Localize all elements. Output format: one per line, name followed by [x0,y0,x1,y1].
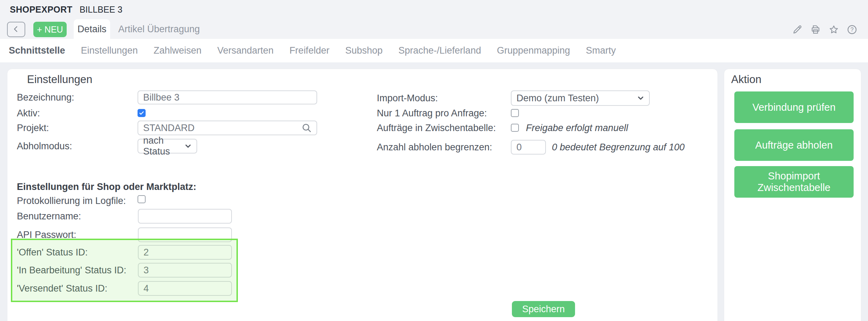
shopimport-zwischentabelle-button[interactable]: Shopimport Zwischentabelle [734,166,854,198]
abholmodus-label: Abholmodus: [17,141,72,152]
versendet-status-label: 'Versendet' Status ID: [17,283,107,294]
tab-details[interactable]: Details [74,19,110,39]
back-button[interactable] [7,22,25,37]
breadcrumb: SHOPEXPORT BILLBEE 3 [10,5,122,15]
nur-ein-auftrag-checkbox[interactable] [511,109,519,117]
aktiv-checkbox[interactable] [138,109,146,117]
topbar: SHOPEXPORT BILLBEE 3 + NEU Details Artik… [0,0,868,39]
nur-ein-auftrag-label: Nur 1 Auftrag pro Anfrage: [377,108,487,119]
edit-button[interactable] [792,24,803,35]
zwischentabelle-checkbox[interactable] [511,124,519,132]
benutzername-input[interactable] [138,209,232,224]
aktiv-label: Aktiv: [17,108,40,119]
subnav-item-einstellungen[interactable]: Einstellungen [81,45,138,56]
app-title: SHOPEXPORT [10,5,73,15]
bearbeitung-status-label: 'In Bearbeitung' Status ID: [17,265,126,276]
printer-icon [810,24,821,35]
versendet-status-input[interactable] [138,281,232,296]
api-passwort-label: API Passwort: [17,230,76,240]
abholmodus-select[interactable]: nach Status [138,139,197,153]
anzahl-begrenzen-label: Anzahl abholen begrenzen: [377,142,492,153]
import-modus-value: Demo (zum Testen) [516,93,599,104]
screen: SHOPEXPORT BILLBEE 3 + NEU Details Artik… [0,0,868,321]
chevron-down-icon [184,142,192,150]
print-button[interactable] [810,24,821,35]
settings-title: Einstellungen [27,73,92,86]
subnav-item-versandarten[interactable]: Versandarten [217,45,274,56]
chevron-left-icon [12,25,21,35]
offen-status-input[interactable] [138,245,232,260]
subnav-item-smarty[interactable]: Smarty [586,45,616,56]
help-icon: ? [847,24,857,35]
abholmodus-value: nach Status [143,135,180,157]
toolbar-icons: ? [792,24,857,35]
tab-artikel-uebertragung[interactable]: Artikel Übertragung [117,19,201,39]
new-button[interactable]: + NEU [33,22,67,37]
anzahl-begrenzen-input[interactable] [511,140,546,155]
auftraege-abholen-button[interactable]: Aufträge abholen [734,129,854,161]
save-button[interactable]: Speichern [512,301,575,317]
chevron-down-icon [636,94,645,102]
svg-text:?: ? [850,26,854,33]
import-modus-select[interactable]: Demo (zum Testen) [511,90,650,106]
subnav-item-freifelder[interactable]: Freifelder [289,45,329,56]
help-button[interactable]: ? [847,24,857,35]
protokollierung-label: Protokollierung im Logfile: [17,196,126,206]
star-icon [828,24,839,35]
zwischentabelle-hint: Freigabe erfolgt manuell [526,123,628,134]
projekt-label: Projekt: [17,123,49,134]
favorite-button[interactable] [828,24,839,35]
action-panel-title: Aktion [731,73,761,86]
subnav-item-gruppenmapping[interactable]: Gruppenmapping [497,45,570,56]
tab-details-label: Details [78,24,107,35]
shop-section-title: Einstellungen für Shop oder Marktplatz: [17,182,196,192]
tab-artikel-uebertragung-label: Artikel Übertragung [118,24,200,35]
subnav: Schnittstelle Einstellungen Zahlweisen V… [0,39,868,62]
offen-status-label: 'Offen' Status ID: [17,247,88,258]
pencil-icon [792,24,803,35]
benutzername-label: Benutzername: [17,211,81,222]
zwischentabelle-label: Aufträge in Zwischentabelle: [377,123,496,134]
subnav-item-subshop[interactable]: Subshop [345,45,383,56]
bearbeitung-status-input[interactable] [138,263,232,278]
api-passwort-input[interactable] [138,227,232,242]
bezeichnung-label: Bezeichnung: [17,92,74,103]
bezeichnung-input[interactable] [138,90,317,104]
import-modus-label: Import-Modus: [377,93,438,104]
projekt-input[interactable] [138,121,317,135]
subnav-item-schnittstelle[interactable]: Schnittstelle [9,45,65,56]
settings-card: Einstellungen Bezeichnung: Aktiv: Projek… [7,69,718,321]
action-panel: Aktion Verbindung prüfen Aufträge abhole… [724,69,861,321]
record-title: BILLBEE 3 [80,5,122,15]
anzahl-begrenzen-hint: 0 bedeutet Begrenzung auf 100 [552,142,685,153]
protokollierung-checkbox[interactable] [138,195,146,203]
verbindung-pruefen-button[interactable]: Verbindung prüfen [734,91,854,123]
subnav-item-zahlweisen[interactable]: Zahlweisen [154,45,202,56]
subnav-item-sprache-lieferland[interactable]: Sprache-/Lieferland [399,45,481,56]
